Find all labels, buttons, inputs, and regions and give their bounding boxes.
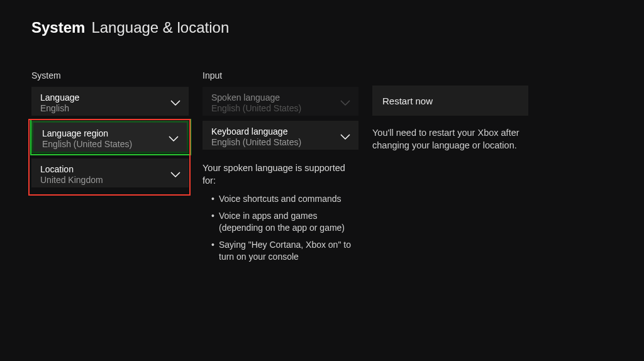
chevron-down-icon xyxy=(340,97,351,109)
location-label: Location xyxy=(40,164,103,175)
chevron-down-icon xyxy=(340,131,351,143)
restart-now-button[interactable]: Restart now xyxy=(372,86,528,116)
system-column: System Language English Language region … xyxy=(31,70,189,192)
chevron-down-icon xyxy=(168,133,179,145)
language-region-value: English (United States) xyxy=(42,139,132,150)
input-column: Input Spoken language English (United St… xyxy=(203,70,358,268)
keyboard-language-value: English (United States) xyxy=(211,137,301,148)
language-region-label: Language region xyxy=(42,128,132,139)
input-section-label: Input xyxy=(203,70,358,81)
spoken-language-dropdown[interactable]: Spoken language English (United States) xyxy=(203,87,358,116)
keyboard-language-label: Keyboard language xyxy=(211,126,301,137)
header-title: Language & location xyxy=(91,19,229,36)
page-header: System Language & location xyxy=(31,19,644,36)
list-item: Voice shortcuts and commands xyxy=(211,193,358,205)
spoken-support-list: Voice shortcuts and commands Voice in ap… xyxy=(203,193,358,267)
header-section: System xyxy=(31,19,85,36)
system-section-label: System xyxy=(31,70,189,81)
chevron-down-icon xyxy=(170,169,181,181)
spoken-language-label: Spoken language xyxy=(211,92,301,103)
restart-now-label: Restart now xyxy=(382,96,433,106)
chevron-down-icon xyxy=(170,97,181,109)
list-item: Saying "Hey Cortana, Xbox on" to turn on… xyxy=(211,239,358,263)
location-value: United Kingdom xyxy=(40,175,103,186)
list-item: Voice in apps and games (depending on th… xyxy=(211,210,358,234)
language-region-dropdown[interactable]: Language region English (United States) xyxy=(33,123,187,152)
restart-column: Restart now You'll need to restart your … xyxy=(372,70,555,152)
spoken-language-value: English (United States) xyxy=(211,103,301,114)
location-dropdown[interactable]: Location United Kingdom xyxy=(31,158,189,187)
language-dropdown[interactable]: Language English xyxy=(31,87,189,116)
spoken-support-intro: Your spoken language is supported for: xyxy=(203,162,358,187)
language-label: Language xyxy=(40,92,79,103)
language-value: English xyxy=(40,103,79,114)
language-region-selected-wrap: Language region English (United States) xyxy=(31,121,189,153)
restart-info-text: You'll need to restart your Xbox after c… xyxy=(372,127,542,152)
keyboard-language-dropdown[interactable]: Keyboard language English (United States… xyxy=(203,121,358,150)
